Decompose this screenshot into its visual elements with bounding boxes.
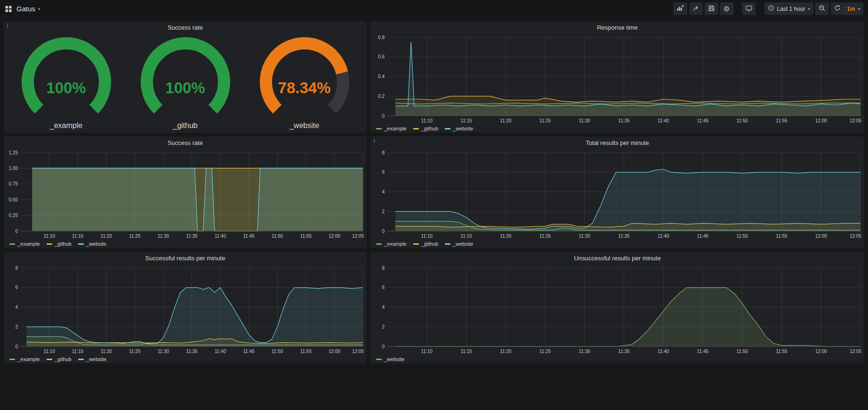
response-time-chart[interactable]: 00.20.40.60.811:1011:1511:2011:2511:3011… xyxy=(370,33,864,124)
legend-item[interactable]: _github xyxy=(413,126,438,131)
svg-text:11:20: 11:20 xyxy=(101,233,113,239)
svg-text:11:35: 11:35 xyxy=(186,233,198,239)
legend-item[interactable]: _example xyxy=(9,356,40,362)
legend-item[interactable]: _website xyxy=(445,126,473,131)
gauges-body: 100% _example 100% _github 78.34% _websi… xyxy=(4,33,367,133)
panel-header[interactable]: Response time xyxy=(370,21,864,33)
panel-header[interactable]: Successful results per minute xyxy=(4,252,367,264)
add-panel-icon xyxy=(676,5,684,13)
gauge-arc xyxy=(247,35,362,117)
svg-text:6: 6 xyxy=(15,285,18,290)
settings-button[interactable]: ⚙ xyxy=(720,2,733,15)
svg-text:11:25: 11:25 xyxy=(129,349,141,354)
cycle-view-button[interactable] xyxy=(742,2,756,15)
svg-text:4: 4 xyxy=(382,189,385,194)
panel-total-results: i Total results per minute 0246811:1011:… xyxy=(370,137,864,248)
svg-text:0: 0 xyxy=(382,229,385,234)
svg-text:11:10: 11:10 xyxy=(421,233,433,239)
svg-text:11:55: 11:55 xyxy=(300,233,312,239)
panel-header[interactable]: Unsuccessful results per minute xyxy=(370,252,864,264)
svg-text:11:15: 11:15 xyxy=(460,349,472,354)
svg-text:11:15: 11:15 xyxy=(72,349,84,354)
chart-legend: _example_github_website xyxy=(370,240,864,248)
svg-text:0.4: 0.4 xyxy=(378,74,385,79)
svg-text:8: 8 xyxy=(382,150,385,155)
share-icon xyxy=(692,5,699,13)
add-panel-button[interactable] xyxy=(673,2,687,15)
chart-legend: _website xyxy=(370,355,864,363)
svg-text:0.50: 0.50 xyxy=(9,197,18,202)
share-button[interactable] xyxy=(689,2,703,15)
legend-item[interactable]: _website xyxy=(78,241,106,247)
svg-text:11:50: 11:50 xyxy=(737,118,748,123)
svg-text:8: 8 xyxy=(15,265,18,271)
svg-text:11:50: 11:50 xyxy=(737,349,748,354)
time-range-label: Last 1 hour xyxy=(777,6,805,12)
svg-text:6: 6 xyxy=(382,169,385,175)
success-rate-chart[interactable]: 00.250.500.751.001.2511:1011:1511:2011:2… xyxy=(4,149,367,240)
legend-swatch xyxy=(78,359,84,360)
svg-text:4: 4 xyxy=(382,305,385,310)
svg-text:11:40: 11:40 xyxy=(658,233,669,239)
svg-text:0.2: 0.2 xyxy=(378,94,385,99)
dashboard-grid-icon[interactable] xyxy=(5,5,12,13)
panel-unsuccessful-results: Unsuccessful results per minute 0246811:… xyxy=(370,252,864,363)
legend-item[interactable]: _website xyxy=(445,241,473,247)
panel-success-rate-series: Success rate 00.250.500.751.001.2511:101… xyxy=(4,137,367,248)
total-results-chart[interactable]: 0246811:1011:1511:2011:2511:3011:3511:40… xyxy=(370,149,864,240)
svg-text:11:45: 11:45 xyxy=(697,118,709,123)
panel-header[interactable]: Total results per minute xyxy=(370,137,864,149)
legend-item[interactable]: _github xyxy=(413,241,438,247)
clock-icon xyxy=(768,5,774,13)
svg-text:12:00: 12:00 xyxy=(815,349,827,354)
legend-item[interactable]: _example xyxy=(376,126,407,131)
svg-text:0: 0 xyxy=(15,229,18,234)
dashboard-grid: i Success rate 100% _example 100% _githu… xyxy=(0,17,868,367)
panel-response-time: Response time 00.20.40.60.811:1011:1511:… xyxy=(370,21,864,133)
svg-text:0: 0 xyxy=(15,344,18,349)
refresh-button[interactable]: 1m ▾ xyxy=(831,2,863,15)
svg-text:11:10: 11:10 xyxy=(421,118,433,123)
panel-header[interactable]: Success rate xyxy=(4,21,367,33)
svg-text:2: 2 xyxy=(382,209,385,214)
chevron-down-icon: ▾ xyxy=(38,7,40,11)
svg-text:12:05: 12:05 xyxy=(850,233,861,239)
zoom-out-button[interactable] xyxy=(815,2,829,15)
unsuccessful-results-chart[interactable]: 0246811:1011:1511:2011:2511:3011:3511:40… xyxy=(370,264,864,355)
legend-swatch xyxy=(9,359,15,360)
svg-text:8: 8 xyxy=(382,265,385,271)
svg-text:11:45: 11:45 xyxy=(697,349,709,354)
successful-results-chart[interactable]: 0246811:1011:1511:2011:2511:3011:3511:40… xyxy=(4,264,367,355)
svg-text:11:30: 11:30 xyxy=(579,233,591,239)
legend-swatch xyxy=(47,243,52,245)
refresh-icon xyxy=(834,5,841,13)
panel-header[interactable]: Success rate xyxy=(4,137,367,149)
gauge-arc xyxy=(128,35,243,117)
svg-text:11:20: 11:20 xyxy=(500,349,512,354)
svg-text:11:50: 11:50 xyxy=(272,233,283,239)
panel-title: Total results per minute xyxy=(586,139,649,146)
svg-text:11:55: 11:55 xyxy=(776,118,788,123)
legend-item[interactable]: _website xyxy=(78,356,106,362)
svg-text:11:25: 11:25 xyxy=(539,233,551,239)
time-range-button[interactable]: Last 1 hour ▾ xyxy=(764,2,814,15)
save-button[interactable] xyxy=(705,2,718,15)
dashboard-title[interactable]: Gatus ▾ xyxy=(16,5,40,13)
legend-item[interactable]: _example xyxy=(376,241,407,247)
legend-item[interactable]: _website xyxy=(376,356,404,362)
legend-swatch xyxy=(445,128,450,129)
svg-text:2: 2 xyxy=(382,324,385,330)
gauge-arc xyxy=(8,35,124,117)
legend-swatch xyxy=(376,359,382,360)
panel-info-icon[interactable]: i xyxy=(374,138,375,144)
legend-item[interactable]: _example xyxy=(9,241,40,247)
gauge-website: 78.34% _website xyxy=(247,35,362,132)
gauge-example: 100% _example xyxy=(8,35,124,132)
legend-item[interactable]: _github xyxy=(47,241,72,247)
panel-info-icon[interactable]: i xyxy=(7,23,8,28)
svg-text:12:00: 12:00 xyxy=(815,233,827,239)
svg-text:12:05: 12:05 xyxy=(850,349,861,354)
svg-text:11:35: 11:35 xyxy=(618,233,630,239)
svg-text:0: 0 xyxy=(382,113,385,119)
legend-item[interactable]: _github xyxy=(47,356,72,362)
